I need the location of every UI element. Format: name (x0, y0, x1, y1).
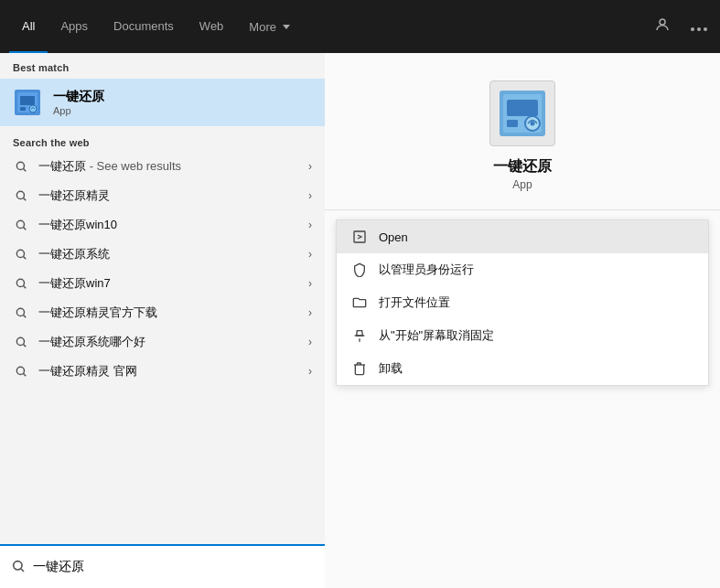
context-menu: Open 以管理员身份运行 打开 (336, 219, 709, 386)
svg-line-20 (24, 315, 27, 318)
search-input[interactable] (33, 560, 314, 574)
person-icon[interactable] (650, 13, 674, 40)
menu-item-file-location[interactable]: 打开文件位置 (337, 286, 708, 319)
admin-icon (351, 262, 368, 278)
chevron-down-icon (283, 25, 290, 29)
search-item-text: 一键还原 - See web results (38, 158, 308, 175)
svg-point-9 (16, 162, 24, 169)
search-icon (13, 275, 29, 292)
chevron-right-icon: › (308, 365, 312, 378)
open-icon (351, 229, 368, 245)
svg-rect-33 (354, 231, 365, 242)
best-match-name: 一键还原 (53, 89, 104, 105)
svg-rect-7 (20, 107, 26, 111)
svg-point-17 (16, 279, 24, 286)
menu-item-admin[interactable]: 以管理员身份运行 (337, 253, 708, 286)
search-icon (13, 187, 29, 204)
search-item-text: 一键还原精灵 (38, 187, 308, 204)
search-icon (13, 363, 29, 380)
left-panel: Best match 一键还原 App (0, 53, 325, 588)
list-item[interactable]: 一键还原win7 › (0, 269, 325, 298)
chevron-right-icon: › (308, 219, 312, 231)
svg-point-25 (14, 561, 22, 569)
search-item-text: 一键还原win10 (38, 217, 308, 233)
unpin-icon (351, 327, 368, 344)
search-icon (13, 305, 29, 321)
search-item-text: 一键还原精灵 官网 (38, 363, 308, 380)
svg-point-19 (16, 308, 24, 315)
best-match-text: 一键还原 App (53, 89, 104, 116)
search-icon (13, 246, 29, 262)
search-web-items: 一键还原 - See web results › 一键还原精灵 › (0, 152, 325, 386)
chevron-right-icon: › (308, 248, 312, 261)
search-bar-icon (11, 559, 26, 576)
chevron-right-icon: › (308, 306, 312, 319)
svg-line-26 (21, 569, 24, 572)
menu-item-unpin-label: 从"开始"屏幕取消固定 (379, 327, 494, 344)
svg-point-8 (29, 105, 37, 112)
svg-line-16 (24, 257, 27, 260)
app-detail-name: 一键还原 (493, 157, 552, 176)
search-icon (13, 217, 29, 233)
chevron-right-icon: › (308, 160, 312, 173)
list-item[interactable]: 一键还原win10 › (0, 210, 325, 240)
list-item[interactable]: 一键还原精灵 › (0, 181, 325, 210)
svg-point-15 (16, 250, 24, 257)
nav-right (650, 13, 711, 40)
svg-line-12 (24, 198, 27, 201)
list-item[interactable]: 一键还原精灵 官网 › (0, 357, 325, 386)
svg-line-18 (24, 286, 27, 289)
menu-item-uninstall-label: 卸载 (379, 360, 403, 377)
svg-point-13 (16, 220, 24, 228)
svg-point-21 (16, 337, 24, 345)
svg-point-11 (16, 191, 24, 198)
app-icon (13, 88, 42, 117)
svg-point-23 (16, 367, 24, 374)
svg-point-1 (691, 27, 694, 31)
best-match-type: App (53, 105, 104, 116)
search-item-text: 一键还原系统哪个好 (38, 334, 308, 350)
app-detail-icon (489, 80, 555, 146)
svg-line-14 (24, 228, 27, 230)
svg-rect-29 (507, 100, 538, 116)
menu-item-open[interactable]: Open (337, 220, 708, 253)
folder-icon (351, 294, 368, 311)
search-panel: All Apps Documents Web More (0, 0, 720, 588)
menu-item-unpin[interactable]: 从"开始"屏幕取消固定 (337, 319, 708, 352)
search-web-label: Search the web (0, 130, 325, 152)
tab-apps[interactable]: Apps (48, 0, 101, 53)
list-item[interactable]: 一键还原 - See web results › (0, 152, 325, 181)
svg-line-10 (24, 169, 27, 172)
menu-item-admin-label: 以管理员身份运行 (379, 262, 474, 278)
tab-more[interactable]: More (236, 15, 303, 39)
main-content: Best match 一键还原 App (0, 53, 720, 588)
best-match-item[interactable]: 一键还原 App (0, 79, 325, 126)
tab-documents[interactable]: Documents (101, 0, 187, 53)
trash-icon (351, 360, 368, 377)
svg-point-2 (697, 27, 701, 31)
svg-rect-6 (20, 96, 35, 105)
chevron-right-icon: › (308, 277, 312, 290)
more-options-icon[interactable] (687, 15, 711, 38)
menu-item-open-label: Open (379, 230, 408, 244)
chevron-right-icon: › (308, 336, 312, 348)
tab-web[interactable]: Web (187, 0, 237, 53)
right-panel: 一键还原 App Open (325, 53, 720, 588)
menu-item-file-location-label: 打开文件位置 (379, 294, 450, 311)
search-bar (0, 544, 325, 588)
search-item-text: 一键还原精灵官方下载 (38, 305, 308, 321)
search-icon (13, 334, 29, 350)
menu-item-uninstall[interactable]: 卸载 (337, 352, 708, 385)
search-item-text: 一键还原win7 (38, 275, 308, 292)
svg-line-22 (24, 345, 27, 347)
search-item-text: 一键还原系统 (38, 246, 308, 262)
search-icon (13, 158, 29, 175)
tab-all[interactable]: All (9, 0, 48, 53)
svg-point-3 (704, 27, 707, 31)
svg-line-24 (24, 374, 27, 377)
svg-point-32 (531, 122, 535, 126)
list-item[interactable]: 一键还原系统哪个好 › (0, 327, 325, 357)
list-item[interactable]: 一键还原系统 › (0, 240, 325, 269)
list-item[interactable]: 一键还原精灵官方下载 › (0, 298, 325, 327)
best-match-label: Best match (0, 53, 325, 79)
